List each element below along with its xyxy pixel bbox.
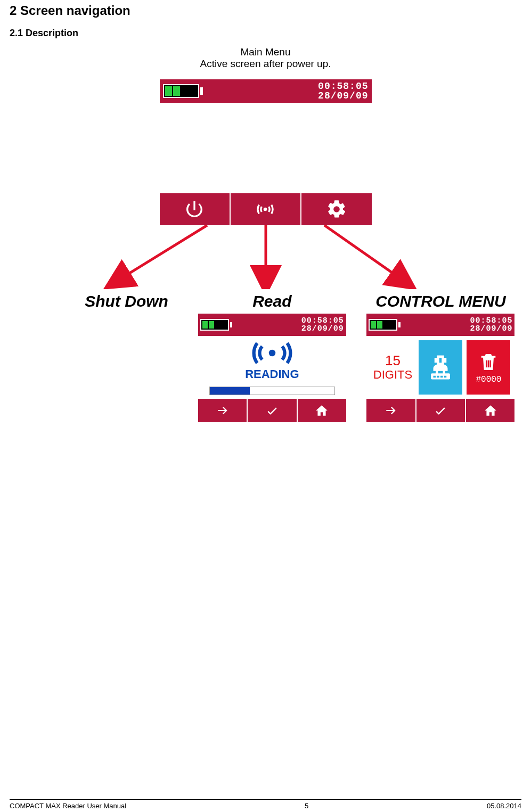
digits-value: 15	[385, 353, 401, 368]
trash-count: #0000	[476, 375, 501, 384]
delete-setting[interactable]: #0000	[467, 340, 510, 395]
clock-date: 28/09/09	[318, 91, 368, 101]
battery-icon	[369, 319, 401, 331]
signal-icon	[253, 199, 277, 220]
check-icon	[434, 404, 447, 417]
clock-time: 00:58:05	[318, 81, 368, 91]
arrow-right-icon	[384, 404, 398, 417]
main-menu-buttons	[160, 193, 372, 225]
main-menu-subtitle: Active screen after power up.	[10, 58, 521, 70]
footer-left: COMPACT MAX Reader User Manual	[10, 802, 126, 810]
footer-date: 05.08.2014	[487, 802, 521, 810]
svg-point-4	[269, 350, 276, 357]
signal-icon	[248, 340, 296, 366]
read-label: Read	[198, 292, 346, 310]
footer-page: 5	[305, 802, 308, 810]
ok-button[interactable]	[247, 399, 296, 422]
home-icon	[315, 404, 329, 417]
next-button[interactable]	[198, 399, 247, 422]
clock-time: 00:58:05	[301, 317, 344, 325]
arrow-right-icon	[216, 404, 230, 417]
clock-date: 28/09/09	[470, 325, 512, 333]
svg-rect-6	[434, 376, 436, 378]
usb-icon	[426, 353, 455, 382]
svg-rect-10	[486, 360, 487, 367]
diagram-arrows	[63, 225, 468, 289]
read-button[interactable]	[230, 193, 300, 225]
home-icon	[484, 404, 497, 417]
svg-rect-8	[440, 376, 443, 378]
main-menu-title: Main Menu	[10, 46, 521, 58]
subsection-heading: 2.1 Description	[10, 28, 521, 39]
digits-setting[interactable]: 15 DIGITS	[371, 340, 414, 395]
svg-rect-7	[437, 376, 440, 378]
control-menu-button[interactable]	[300, 193, 371, 225]
clock-date: 28/09/09	[301, 325, 344, 333]
control-menu-label: CONTROL MENU	[360, 292, 521, 310]
usb-setting[interactable]	[419, 340, 462, 395]
read-screen: 00:58:05 28/09/09 READING	[198, 314, 346, 422]
clock-time: 00:58:05	[470, 317, 512, 325]
trash-icon	[478, 350, 499, 374]
battery-icon	[200, 319, 232, 331]
battery-icon	[163, 84, 203, 98]
ok-button[interactable]	[415, 399, 465, 422]
svg-rect-11	[488, 360, 489, 367]
next-button[interactable]	[366, 399, 415, 422]
shutdown-label: Shut Down	[52, 292, 168, 310]
check-icon	[265, 404, 279, 417]
home-button[interactable]	[297, 399, 346, 422]
svg-line-1	[117, 225, 207, 281]
page-footer: COMPACT MAX Reader User Manual 5 05.08.2…	[10, 799, 521, 810]
gear-icon	[326, 199, 347, 220]
home-button[interactable]	[465, 399, 514, 422]
section-heading: 2 Screen navigation	[10, 3, 521, 18]
svg-rect-12	[490, 360, 492, 367]
power-icon	[184, 199, 205, 220]
shutdown-button[interactable]	[160, 193, 230, 225]
progress-bar	[209, 387, 335, 395]
svg-rect-9	[444, 376, 447, 378]
main-menu-status-bar: 00:58:05 28/09/09	[160, 79, 372, 103]
svg-point-0	[264, 208, 267, 211]
digits-label: DIGITS	[373, 368, 412, 382]
reading-status: READING	[245, 367, 299, 381]
svg-line-3	[324, 225, 404, 281]
control-menu-screen: 00:58:05 28/09/09 15 DIGITS	[366, 314, 514, 422]
